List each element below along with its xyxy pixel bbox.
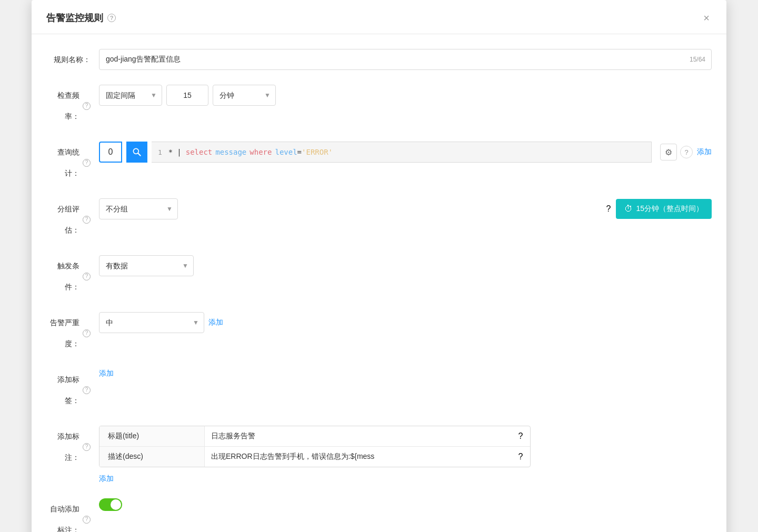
add-tag-row: 添加标签： ? 添加 bbox=[46, 369, 712, 411]
annot-title-help: ? bbox=[511, 426, 530, 446]
check-freq-content: 固定间隔 ▼ 分钟 ▼ bbox=[99, 85, 712, 106]
title-help-icon[interactable]: ? bbox=[107, 14, 116, 22]
rule-name-label: 规则名称： bbox=[46, 49, 99, 70]
auto-annot-label: 自动添加标注： ? bbox=[46, 498, 99, 532]
auto-annot-content bbox=[99, 498, 712, 511]
severity-help-icon[interactable]: ? bbox=[83, 329, 91, 337]
query-stat-help-icon[interactable]: ? bbox=[83, 159, 91, 167]
severity-label: 告警严重度： ? bbox=[46, 312, 99, 354]
query-search-button[interactable] bbox=[126, 142, 147, 163]
query-actions: ⚙ ? bbox=[660, 144, 693, 160]
freq-type-select-wrapper: 固定间隔 ▼ bbox=[99, 85, 162, 106]
rule-name-row: 规则名称： 15/64 bbox=[46, 49, 712, 70]
check-freq-help-icon[interactable]: ? bbox=[83, 102, 91, 110]
add-annot-content: 标题(title) ? 描述(desc) bbox=[99, 426, 712, 484]
trigger-select-wrapper: 有数据 ▼ bbox=[99, 255, 194, 276]
severity-select[interactable]: 中 bbox=[99, 312, 204, 333]
annot-add-link[interactable]: 添加 bbox=[99, 474, 114, 483]
check-freq-label: 检查频率： ? bbox=[46, 85, 99, 127]
severity-select-wrapper: 中 ▼ bbox=[99, 312, 204, 333]
auto-annot-toggle[interactable] bbox=[99, 498, 122, 511]
annot-title-key: 标题(title) bbox=[99, 426, 205, 446]
close-button[interactable]: × bbox=[701, 11, 712, 25]
annot-desc-row: 描述(desc) ? bbox=[99, 447, 530, 467]
annot-title-row: 标题(title) ? bbox=[99, 426, 530, 447]
severity-add-link[interactable]: 添加 bbox=[208, 318, 223, 327]
dialog-body: 规则名称： 15/64 检查频率： ? 固定间隔 ▼ bbox=[32, 34, 726, 532]
clock-icon: ⏱ bbox=[624, 204, 633, 214]
severity-content: 中 ▼ 添加 bbox=[99, 312, 712, 333]
freq-unit-select[interactable]: 分钟 bbox=[213, 85, 276, 106]
query-stat-row: 查询统计： ? 0 1 * | select me bbox=[46, 142, 712, 184]
annot-title-help-icon[interactable]: ? bbox=[518, 431, 523, 441]
add-annot-help-icon[interactable]: ? bbox=[83, 443, 91, 451]
group-eval-help-icon[interactable]: ? bbox=[83, 216, 91, 224]
dialog-title-text: 告警监控规则 bbox=[46, 12, 103, 24]
annotation-table: 标题(title) ? 描述(desc) bbox=[99, 426, 531, 467]
query-line-num: 1 bbox=[158, 148, 162, 156]
group-eval-content: 不分组 ▼ ? ⏱ 15分钟（整点时间） bbox=[99, 198, 712, 219]
add-tag-link[interactable]: 添加 bbox=[99, 369, 114, 378]
annot-desc-help-icon[interactable]: ? bbox=[518, 452, 523, 461]
dialog-header: 告警监控规则 ? × bbox=[32, 0, 726, 34]
group-eval-row: 分组评估： ? 不分组 ▼ ? ⏱ 15分钟（整点时间） bbox=[46, 198, 712, 240]
dialog-title: 告警监控规则 ? bbox=[46, 12, 116, 24]
rule-name-count: 15/64 bbox=[690, 56, 705, 63]
freq-type-select[interactable]: 固定间隔 bbox=[99, 85, 162, 106]
add-annot-row: 添加标注： ? 标题(title) ? 描述(desc) bbox=[46, 426, 712, 484]
severity-row: 告警严重度： ? 中 ▼ 添加 bbox=[46, 312, 712, 354]
add-tag-help-icon[interactable]: ? bbox=[83, 386, 91, 394]
rule-name-content: 15/64 bbox=[99, 49, 712, 70]
annot-desc-key: 描述(desc) bbox=[99, 447, 205, 467]
annot-desc-input[interactable] bbox=[211, 453, 505, 461]
group-eval-label: 分组评估： ? bbox=[46, 198, 99, 240]
rule-name-input[interactable] bbox=[99, 49, 712, 70]
auto-annot-row: 自动添加标注： ? bbox=[46, 498, 712, 532]
time-badge-text: 15分钟（整点时间） bbox=[636, 204, 703, 214]
query-gear-button[interactable]: ⚙ bbox=[660, 144, 677, 160]
trigger-label: 触发条件： ? bbox=[46, 255, 99, 297]
annot-desc-help: ? bbox=[511, 447, 530, 467]
trigger-select[interactable]: 有数据 bbox=[99, 255, 194, 276]
group-eval-select[interactable]: 不分组 bbox=[99, 198, 178, 219]
freq-number-input[interactable] bbox=[166, 85, 208, 106]
query-add-link[interactable]: 添加 bbox=[697, 147, 712, 157]
trigger-help-icon[interactable]: ? bbox=[83, 273, 91, 280]
trigger-content: 有数据 ▼ bbox=[99, 255, 712, 276]
annot-title-input[interactable] bbox=[211, 432, 505, 440]
query-stat-label: 查询统计： ? bbox=[46, 142, 99, 184]
trigger-row: 触发条件： ? 有数据 ▼ bbox=[46, 255, 712, 297]
annot-desc-val bbox=[205, 447, 511, 467]
annot-title-val bbox=[205, 426, 511, 446]
query-count-value: 0 bbox=[108, 147, 113, 157]
query-editor[interactable]: 1 * | select message where level='ERROR' bbox=[152, 142, 652, 163]
query-help-button[interactable]: ? bbox=[680, 146, 693, 158]
time-badge: ⏱ 15分钟（整点时间） bbox=[616, 199, 712, 219]
add-annot-label: 添加标注： ? bbox=[46, 426, 99, 468]
add-tag-label: 添加标签： ? bbox=[46, 369, 99, 411]
dialog: 告警监控规则 ? × 规则名称： 15/64 检查频率： ? bbox=[32, 0, 726, 532]
check-freq-row: 检查频率： ? 固定间隔 ▼ 分钟 ▼ bbox=[46, 85, 712, 127]
auto-annot-help-icon[interactable]: ? bbox=[83, 516, 91, 524]
rule-name-wrap: 15/64 bbox=[99, 49, 712, 70]
freq-unit-select-wrapper: 分钟 ▼ bbox=[213, 85, 276, 106]
svg-line-1 bbox=[138, 153, 141, 156]
query-count-box: 0 bbox=[99, 142, 122, 163]
group-eval-right-help-icon[interactable]: ? bbox=[606, 204, 611, 214]
add-tag-content: 添加 bbox=[99, 369, 712, 378]
query-stat-content: 0 1 * | select message where level='ERRO… bbox=[99, 142, 712, 163]
search-icon bbox=[132, 147, 142, 157]
group-eval-select-wrapper: 不分组 ▼ bbox=[99, 198, 178, 219]
